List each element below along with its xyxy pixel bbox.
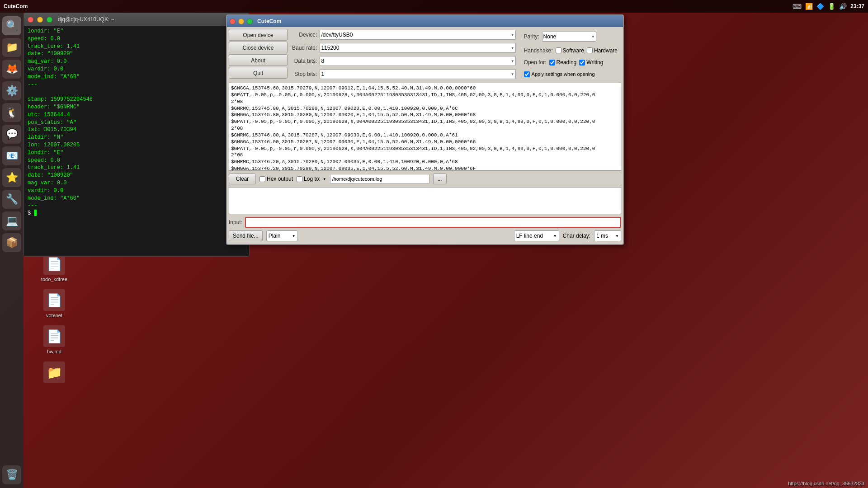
terminal-line: lat: 3015.70394 xyxy=(28,126,245,134)
sidebar-icon-star[interactable]: ⭐ xyxy=(2,168,21,187)
bluetooth-icon: 🔷 xyxy=(816,3,824,10)
software-checkbox[interactable] xyxy=(556,47,561,53)
terminal-line: $ ▊ xyxy=(28,210,245,217)
software-checkbox-item: Software xyxy=(556,47,584,54)
reading-label: Reading xyxy=(557,59,577,66)
clear-button[interactable]: Clear xyxy=(229,174,256,184)
cutecom-max-btn[interactable] xyxy=(247,19,253,24)
data-bits-select[interactable]: 8 ▼ xyxy=(320,56,515,66)
terminal-line: vardir: 0.0 xyxy=(28,66,245,73)
output-line: $GPATT,-0.05,p,-0.05,r,0.000,y,20190628,… xyxy=(231,145,619,152)
apply-checkbox[interactable] xyxy=(524,71,530,77)
char-delay-label: Char delay: xyxy=(563,233,590,239)
desktop-icon-folder[interactable]: 📁 xyxy=(36,361,72,385)
terminal-max-btn[interactable] xyxy=(47,17,52,23)
terminal-line: --- xyxy=(28,81,245,89)
baud-value: 115200 xyxy=(321,45,339,51)
sidebar-icon-files[interactable]: 📁 xyxy=(2,38,21,57)
keyboard-icon: ⌨ xyxy=(793,3,802,10)
close-device-button[interactable]: Close device xyxy=(229,42,288,53)
terminal-title: djq@djq-UX410UQK: ~ xyxy=(58,16,114,23)
baud-select[interactable]: 115200 ▼ xyxy=(320,43,515,53)
char-delay-value: 1 ms xyxy=(596,233,608,239)
settings-grid: Device: /dev/ttyUSB0 ▼ Baud rate: 115200… xyxy=(289,29,519,80)
input-area[interactable] xyxy=(229,187,621,214)
char-delay-arrow-icon: ▼ xyxy=(615,234,619,238)
hex-output-checkbox[interactable] xyxy=(259,176,265,182)
terminal-line: mag_var: 0.0 xyxy=(28,179,245,187)
time-label: 23:37 xyxy=(850,3,864,9)
output-line: $GNGGA,153746.00,3015.70287,N,12007.0903… xyxy=(231,139,619,145)
input-label: Input: xyxy=(229,219,242,225)
baud-arrow-icon: ▼ xyxy=(511,46,514,50)
send-file-button[interactable]: Send file... xyxy=(229,230,263,241)
terminal-line: --- xyxy=(28,202,245,210)
data-bits-arrow-icon: ▼ xyxy=(511,59,514,63)
volume-icon: 🔊 xyxy=(839,3,847,10)
terminal-line: latdir: "N" xyxy=(28,134,245,141)
sidebar-icon-tools[interactable]: 🔧 xyxy=(2,190,21,209)
writing-checkbox[interactable] xyxy=(579,60,585,66)
device-row: /dev/ttyUSB0 ▼ xyxy=(320,30,515,40)
hardware-checkbox[interactable] xyxy=(587,47,593,53)
apply-label: Apply settings when opening xyxy=(532,71,595,77)
hardware-label: Hardware xyxy=(594,47,618,54)
input-field[interactable] xyxy=(245,217,621,228)
desktop-icon-votenet[interactable]: 📄 votenet xyxy=(36,289,72,318)
apply-row: Apply settings when opening xyxy=(524,71,618,77)
cutecom-title: CuteCom xyxy=(257,18,281,24)
sidebar-icon-mail[interactable]: 📧 xyxy=(2,146,21,165)
url-text: https://blog.csdn.net/qq_35632833 xyxy=(788,481,864,486)
terminal-line: track_ture: 1.41 xyxy=(28,43,245,51)
quit-button[interactable]: Quit xyxy=(229,67,288,79)
device-select[interactable]: /dev/ttyUSB0 ▼ xyxy=(320,30,515,40)
lf-arrow-icon: ▼ xyxy=(553,234,557,238)
data-bits-value: 8 xyxy=(321,58,324,64)
terminal-line: londir: "E" xyxy=(28,28,245,35)
open-for-label: Open for: xyxy=(524,59,547,66)
cutecom-window: CuteCom Open device Close device About Q… xyxy=(226,14,624,245)
terminal-min-btn[interactable] xyxy=(37,17,43,23)
writing-label: Writing xyxy=(586,59,603,66)
sidebar-icon-settings[interactable]: ⚙️ xyxy=(2,81,21,100)
log-to-checkbox[interactable] xyxy=(297,176,302,182)
cutecom-close-btn[interactable] xyxy=(230,19,236,24)
sidebar-icon-browser[interactable]: 🦊 xyxy=(2,60,21,79)
hwmd-icon: 📄 xyxy=(43,325,65,347)
output-line: $GPATT,-0.05,p,-0.05,r,0.000,y,20190628,… xyxy=(231,92,619,99)
log-path-input[interactable] xyxy=(330,174,429,184)
url-bar: https://blog.csdn.net/qq_35632833 xyxy=(788,481,864,486)
sidebar-icon-linux[interactable]: 🐧 xyxy=(2,103,21,122)
browse-button[interactable]: ... xyxy=(433,174,447,184)
about-button[interactable]: About xyxy=(229,54,288,66)
handshake-row: Handshake: Software Hardware xyxy=(524,47,618,54)
lf-select[interactable]: LF line end ▼ xyxy=(514,230,559,241)
terminal-line: londir: "E" xyxy=(28,149,245,157)
reading-checkbox[interactable] xyxy=(549,60,555,66)
sidebar-icon-chat[interactable]: 💬 xyxy=(2,125,21,144)
output-area[interactable]: $GNGGA,153745.60,3015.70279,N,12007.0901… xyxy=(229,83,621,171)
sidebar-icon-trash[interactable]: 🗑️ xyxy=(2,465,21,484)
parity-value: None xyxy=(543,33,557,40)
plain-select[interactable]: Plain ▼ xyxy=(266,230,298,241)
parity-select[interactable]: None ▼ xyxy=(542,32,596,42)
open-device-button[interactable]: Open device xyxy=(229,29,288,41)
cutecom-min-btn[interactable] xyxy=(238,19,244,24)
folder-icon: 📁 xyxy=(43,361,65,383)
device-label: Device: xyxy=(292,32,317,38)
terminal-line: mag_var: 0.0 xyxy=(28,58,245,66)
terminal-line: track_ture: 1.41 xyxy=(28,164,245,172)
output-line: $GNRMC,153746.00,A,3015.70287,N,12007.09… xyxy=(231,132,619,139)
terminal-close-btn[interactable] xyxy=(28,17,33,23)
data-bits-label: Data bits: xyxy=(292,58,317,64)
hardware-checkbox-item: Hardware xyxy=(587,47,618,54)
desktop-icon-todo[interactable]: 📄 todo_kdtree xyxy=(36,253,72,282)
output-line: $GNGGA,153745.80,3015.70280,N,12007.0902… xyxy=(231,112,619,118)
sidebar-icon-package[interactable]: 📦 xyxy=(2,233,21,252)
sidebar-icon-terminal[interactable]: 💻 xyxy=(2,211,21,230)
sidebar-icon-search[interactable]: 🔍 xyxy=(2,16,21,35)
char-delay-select[interactable]: 1 ms ▼ xyxy=(594,230,621,241)
desktop-icon-hwmd[interactable]: 📄 hw.md xyxy=(36,325,72,354)
stop-bits-select[interactable]: 1 ▼ xyxy=(320,69,515,79)
handshake-label: Handshake: xyxy=(524,47,553,54)
